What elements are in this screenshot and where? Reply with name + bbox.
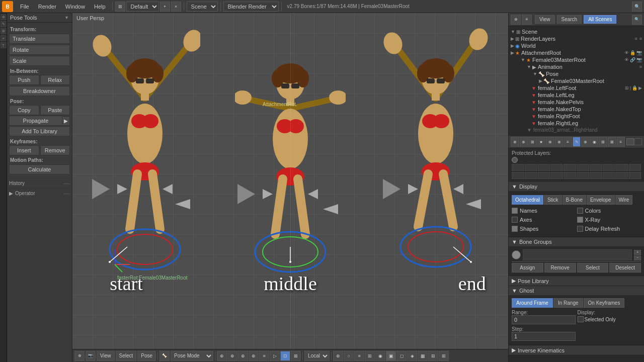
display-section-title[interactable]: ▼ Display — [509, 182, 644, 191]
vp-icon-5[interactable]: ≡ — [259, 351, 269, 361]
vp-snap-icon[interactable]: ⊕ — [333, 351, 343, 361]
rp-icon-3[interactable]: ⊞ — [528, 137, 537, 147]
pl-13[interactable] — [538, 172, 550, 179]
f03-master-expand[interactable]: ▶ — [539, 78, 542, 83]
in-range-tab[interactable]: In Range — [553, 298, 583, 308]
rp-icon-13[interactable]: ≡ — [617, 137, 625, 147]
rp-icon-10[interactable]: ◉ — [590, 137, 599, 147]
around-frame-tab[interactable]: Around Frame — [512, 298, 553, 308]
lf-icon-4[interactable]: ▶ — [638, 85, 642, 90]
propagate-arrow[interactable]: ▶ — [62, 116, 70, 126]
pl-5[interactable] — [564, 164, 576, 171]
render-layers-row[interactable]: ▶ ⊞ RenderLayers ≡ ≡ — [509, 35, 644, 42]
pl-10[interactable] — [628, 164, 641, 171]
file-menu[interactable]: File — [16, 3, 33, 11]
remove-btn[interactable]: Remove — [40, 145, 70, 155]
vp-solid-icon[interactable]: ▣ — [386, 351, 396, 361]
vp-xray-icon[interactable]: ⊞ — [365, 351, 375, 361]
envelope-btn[interactable]: Envelope — [587, 195, 615, 205]
bone-group-list[interactable] — [523, 249, 632, 260]
strip-icon-2[interactable]: ✎ — [1, 21, 7, 27]
panel-search-icon[interactable]: 🔍 — [632, 15, 642, 25]
bg-add-btn[interactable]: + — [634, 250, 641, 255]
vp-icon-8[interactable]: ⊠ — [291, 351, 301, 361]
vp-tex-icon[interactable]: ▦ — [418, 351, 428, 361]
bone-group-color[interactable] — [512, 250, 521, 259]
f03-chain[interactable]: 🔗 — [630, 57, 635, 62]
translate-btn[interactable]: Translate — [9, 34, 70, 44]
pose-row[interactable]: ▼ 🦴 Pose — [509, 70, 644, 77]
panel-type-icon[interactable]: ≡ — [522, 15, 532, 25]
vp-render-icon[interactable]: ◉ — [375, 351, 385, 361]
pl-19[interactable] — [615, 172, 628, 179]
pose-mode-icon[interactable]: 🦴 — [159, 351, 170, 361]
world-row[interactable]: ▶ ◉ World — [509, 42, 644, 49]
rl-icon-2[interactable]: ≡ — [639, 36, 642, 41]
rp-icon-7[interactable]: ≡ — [564, 137, 572, 147]
viewport-canvas[interactable]: User Persp — [72, 13, 508, 349]
paste-btn[interactable]: Paste — [40, 105, 70, 115]
deselect-btn[interactable]: Deselect — [609, 263, 641, 273]
vp-pref-icon[interactable]: ≡ — [354, 351, 364, 361]
propagate-btn[interactable]: Propagate — [9, 116, 62, 126]
all-scenes-tab[interactable]: All Scenes — [584, 15, 616, 24]
camera-icon[interactable]: 📷 — [86, 351, 96, 361]
att-root-expand[interactable]: ▶ — [511, 50, 514, 55]
rp-icon-5[interactable]: ⊕ — [546, 137, 554, 147]
range-input[interactable] — [512, 315, 576, 324]
pl-20[interactable] — [628, 172, 641, 179]
rp-icon-2[interactable]: ⊕ — [520, 137, 528, 147]
rp-icon-12[interactable]: ⊠ — [608, 137, 616, 147]
vp-wire-icon[interactable]: ◻ — [396, 351, 407, 361]
naked-top-row[interactable]: ▶ ▼ female.NakedTop — [509, 106, 644, 113]
vp-icon-1[interactable]: ⊕ — [217, 351, 227, 361]
xray-cb[interactable] — [577, 217, 583, 223]
attachment-root-row[interactable]: ▶ ★ AttachmentRoot 👁 🔒 📷 — [509, 49, 644, 56]
pivot-select[interactable]: Local — [304, 351, 330, 361]
right-leg-row[interactable]: ▶ ▼ female.RightLeg — [509, 120, 644, 127]
step-input[interactable] — [512, 332, 576, 341]
calculate-btn[interactable]: Calculate — [9, 164, 70, 174]
scene-row[interactable]: ▼ ⊞ Scene — [509, 28, 644, 35]
pl-4[interactable] — [550, 164, 563, 171]
names-cb[interactable] — [512, 208, 518, 214]
ik-title[interactable]: ▶ Inverse Kinematics — [509, 345, 644, 355]
pl-3[interactable] — [538, 164, 550, 171]
nake-pelvis-row[interactable]: ▶ ▼ female.NakePelvis — [509, 99, 644, 106]
assign-btn[interactable]: Assign — [512, 263, 543, 273]
render-layers-expand[interactable]: ▶ — [511, 36, 514, 41]
b-bone-btn[interactable]: B-Bone — [562, 195, 586, 205]
layout-add-icon[interactable]: + — [160, 2, 170, 12]
pose-expand[interactable]: ▼ — [533, 71, 537, 76]
insert-btn[interactable]: Insert — [9, 145, 39, 155]
pl-7[interactable] — [590, 164, 602, 171]
pose-tools-collapse[interactable]: ▼ — [64, 15, 69, 20]
vp-view-icon[interactable]: ⊞ — [439, 351, 449, 361]
scale-btn[interactable]: Scale — [9, 56, 70, 66]
att-vis-icon[interactable]: 👁 — [624, 50, 629, 55]
bg-remove-btn[interactable]: − — [634, 255, 641, 260]
vp-full-icon[interactable]: ⊞ — [428, 351, 438, 361]
left-foot-row[interactable]: ▶ ▼ female.LeftFoot ⊞ | 🔒 ▶ — [509, 84, 644, 92]
lf-icon-1[interactable]: ⊞ — [625, 85, 629, 90]
relax-btn[interactable]: Relax — [40, 75, 70, 85]
select-btn-bg[interactable]: Select — [577, 263, 609, 273]
strip-icon-3[interactable]: ⊞ — [1, 28, 7, 34]
colors-cb[interactable] — [577, 208, 583, 214]
delay-refresh-cb[interactable] — [577, 226, 583, 232]
vp-icon-3[interactable]: ⊕ — [238, 351, 248, 361]
pose-library-title[interactable]: ▶ Pose Library — [509, 276, 644, 286]
add-to-library-btn[interactable]: Add To Library — [9, 126, 70, 136]
push-btn[interactable]: Push — [9, 75, 39, 85]
rp-icon-9[interactable]: ⊕ — [581, 137, 590, 147]
pl-15[interactable] — [564, 172, 576, 179]
rp-icon-11[interactable]: ⊞ — [599, 137, 607, 147]
att-render-icon[interactable]: 📷 — [636, 50, 642, 55]
lf-icon-2[interactable]: | — [630, 85, 631, 90]
animation-row[interactable]: ▼ ▶ Animation ≡ — [509, 63, 644, 70]
lf-icon-3[interactable]: 🔒 — [632, 85, 637, 90]
scene-select[interactable]: Scene — [187, 2, 218, 12]
f03-expand[interactable]: ▼ — [521, 57, 525, 62]
layout-select[interactable]: Default — [126, 2, 159, 12]
strip-icon-1[interactable]: ⊕ — [1, 14, 7, 20]
